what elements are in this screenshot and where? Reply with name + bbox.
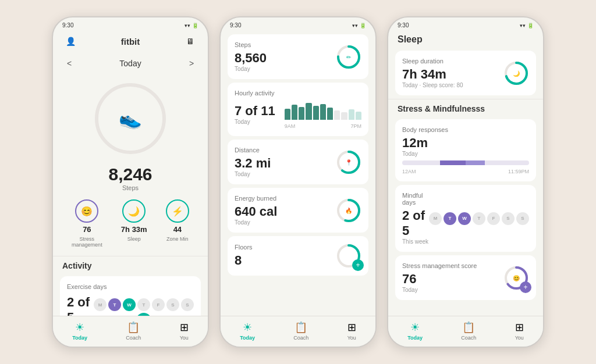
nav-today-3[interactable]: ☀ Today <box>407 321 423 341</box>
bottom-nav-2: ☀ Today 📋 Coach ⊞ You <box>221 316 375 347</box>
sleep-left: Sleep duration 7h 34m Today · Sleep scor… <box>402 58 463 88</box>
exercise-days-left: 2 of 5 This week <box>67 295 94 316</box>
stress-value: 76 <box>83 225 91 234</box>
prev-btn[interactable]: < <box>62 56 76 70</box>
battery-icon-2: 🔋 <box>360 23 366 28</box>
steps-value: 8,246 Steps <box>53 162 208 194</box>
stress-score-sub: Today <box>402 287 477 293</box>
battery-icon-3: 🔋 <box>527 23 534 28</box>
body-responses-timeline <box>402 160 529 165</box>
today-label: Today <box>119 59 141 68</box>
floors-add-btn[interactable]: + <box>352 259 364 271</box>
body-responses-value: 12m <box>402 135 529 151</box>
next-btn[interactable]: > <box>185 56 198 70</box>
sleep-icon: 🌙 <box>122 199 146 223</box>
distance-circle: 📍 <box>336 149 361 175</box>
bottom-nav-1: ☀ Today 📋 Coach ⊞ You <box>53 316 208 347</box>
svg-text:🌙: 🌙 <box>513 70 520 77</box>
hourly-activity-row: 7 of 11 Today <box>235 99 361 129</box>
battery-icon: 🔋 <box>192 23 198 28</box>
day-s2: S <box>181 298 194 311</box>
bar-10 <box>349 109 354 120</box>
time-3: 9:30 <box>398 22 409 28</box>
metric-stress: 😊 76 Stressmanagement <box>72 199 102 248</box>
coach-icon-2: 📋 <box>295 321 307 334</box>
nav-today-1[interactable]: ☀ Today <box>72 321 87 341</box>
mindful-days-card: Mindful days 2 of 5 This week M T W T F … <box>395 185 536 252</box>
you-icon-1: ⊞ <box>180 321 189 334</box>
sleep-duration-value: 7h 34m <box>402 67 463 82</box>
status-icons-1: ▾▾ 🔋 <box>185 23 198 28</box>
nav-coach-3[interactable]: 📋 Coach <box>461 321 476 341</box>
sleep-duration-card: Sleep duration 7h 34m Today · Sleep scor… <box>395 51 536 95</box>
app-title: fitbit <box>121 37 140 47</box>
nav-you-3[interactable]: ⊞ You <box>515 321 524 341</box>
shoe-icon: 👟 <box>119 108 142 130</box>
bar-6 <box>320 104 326 120</box>
mday-w: W <box>458 212 471 225</box>
phone3-content: Sleep Sleep duration 7h 34m Today · Slee… <box>388 31 543 316</box>
profile-icon[interactable]: 👤 <box>62 33 79 49</box>
steps-number: 8,246 <box>53 165 208 184</box>
stress-score-title: Stress management score <box>402 262 477 269</box>
mindful-days-row: Mindful days 2 of 5 This week M T W T F … <box>402 192 529 245</box>
bar-5 <box>313 106 319 120</box>
steps-progress-circle: ✏ <box>336 44 361 70</box>
nav-you-2[interactable]: ⊞ You <box>347 321 356 341</box>
energy-value: 640 cal <box>235 204 277 219</box>
chart-label-end: 7PM <box>350 123 361 129</box>
phones-container: 9:30 ▾▾ 🔋 👤 fitbit 🖥 < Today > <box>52 16 544 348</box>
today-icon-1: ☀ <box>75 321 84 334</box>
steps-left: Steps 8,560 Today <box>235 41 267 72</box>
floors-left: Floors 8 <box>235 244 253 268</box>
nav-today-2[interactable]: ☀ Today <box>240 321 255 341</box>
timeline-labels: 12AM 11:59PM <box>402 169 529 174</box>
steps-card-row: Steps 8,560 Today ✏ <box>235 41 361 72</box>
floors-row: Floors 8 + <box>235 243 361 269</box>
hourly-activity-title: Hourly activity <box>235 90 361 97</box>
zone-label: Zone Min <box>166 236 189 242</box>
hourly-value: 7 of 11 <box>235 104 275 119</box>
stress-add-btn[interactable]: + <box>520 281 531 293</box>
bar-7 <box>327 108 333 120</box>
days-tracker: M T W T F S S + <box>94 298 194 316</box>
bar-4 <box>306 103 311 120</box>
exercise-days-card: Exercise days 2 of 5 This week M T W T F <box>60 276 201 316</box>
phone-3: 9:30 ▾▾ 🔋 Sleep Sleep duration 7h 34m To… <box>387 16 544 348</box>
hourly-sub: Today <box>235 119 275 125</box>
stress-score-left: Stress management score 76 Today <box>402 262 477 293</box>
exercise-days-value: 2 of 5 <box>67 295 94 316</box>
body-responses-sub: Today <box>402 151 529 157</box>
coach-label-1: Coach <box>126 335 141 341</box>
phone-2: 9:30 ▾▾ 🔋 Steps 8,560 Today <box>219 16 377 348</box>
nav-you-1[interactable]: ⊞ You <box>180 321 189 341</box>
timeline-end: 11:59PM <box>508 169 529 174</box>
zone-icon: ⚡ <box>166 199 189 223</box>
floors-value: 8 <box>235 253 253 268</box>
day-t1: T <box>108 298 121 311</box>
chart-label-start: 9AM <box>285 123 296 129</box>
phone2-content: Steps 8,560 Today ✏ Hourly activit <box>221 31 375 316</box>
sleep-value: 7h 33m <box>121 225 147 234</box>
metric-sleep: 🌙 7h 33m Sleep <box>121 199 147 248</box>
day-dots: M T W T F S S <box>94 298 194 311</box>
wifi-icon: ▾▾ <box>185 23 190 28</box>
nav-coach-2[interactable]: 📋 Coach <box>293 321 308 341</box>
nav-coach-1[interactable]: 📋 Coach <box>126 321 141 341</box>
bar-8 <box>334 110 340 120</box>
today-label-2: Today <box>240 335 255 341</box>
chart-labels: 9AM 7PM <box>285 122 361 129</box>
energy-circle: 🔥 <box>336 198 361 223</box>
steps-card-value: 8,560 <box>235 51 267 66</box>
coach-label-2: Coach <box>293 335 308 341</box>
time-2: 9:30 <box>230 22 241 28</box>
monitor-icon[interactable]: 🖥 <box>182 33 198 49</box>
wifi-icon-2: ▾▾ <box>352 23 358 28</box>
today-icon-3: ☀ <box>410 321 420 334</box>
mday-s2: S <box>516 212 529 225</box>
sleep-duration-row: Sleep duration 7h 34m Today · Sleep scor… <box>402 58 529 88</box>
stress-score-row: Stress management score 76 Today 😊 <box>402 262 529 293</box>
floors-title: Floors <box>235 244 253 251</box>
steps-circle: 👟 <box>93 81 168 156</box>
phone1-content: < Today > 👟 8,246 Steps 😊 <box>53 54 208 316</box>
